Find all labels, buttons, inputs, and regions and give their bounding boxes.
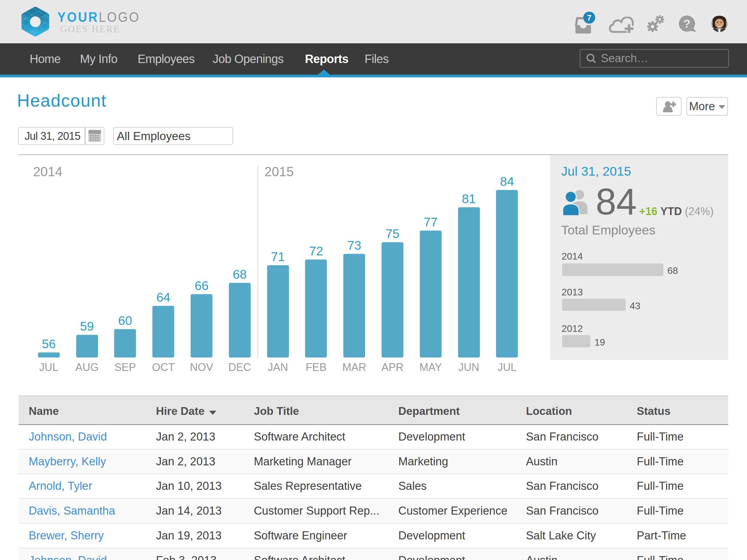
svg-text:?: ?: [684, 17, 691, 30]
svg-text:7: 7: [587, 14, 591, 22]
